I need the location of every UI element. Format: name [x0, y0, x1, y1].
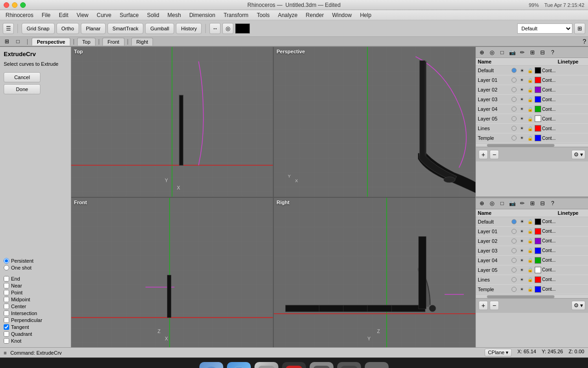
menu-file[interactable]: File — [38, 12, 54, 19]
intersection-checkbox-item[interactable]: Intersection — [4, 310, 67, 316]
near-checkbox-item[interactable]: Near — [4, 283, 67, 288]
layer-row-default-top[interactable]: Default ☀ 🔒 Cont... — [476, 66, 588, 75]
grid-snap-button[interactable]: Grid Snap — [22, 23, 55, 34]
panel6-icon-b[interactable]: ⊟ — [538, 199, 547, 207]
knot-checkbox-item[interactable]: Knot — [4, 338, 67, 344]
point-checkbox-item[interactable]: Point — [4, 290, 67, 295]
close-button[interactable] — [4, 2, 9, 8]
dock-python[interactable]: 📁 — [310, 362, 334, 368]
tangent-checkbox-item[interactable]: Tangent — [4, 324, 67, 330]
center-checkbox-item[interactable]: Center — [4, 304, 67, 309]
layer-row-default-bot[interactable]: Default ☀ 🔒 Cont... — [476, 217, 588, 227]
gumball-button[interactable]: Gumball — [145, 23, 174, 34]
layer-row-02-top[interactable]: Layer 02 ☀ 🔒 Cont... — [476, 85, 588, 95]
object-icon[interactable]: □ — [498, 48, 506, 57]
layer-02-color[interactable] — [535, 86, 541, 93]
layer-row-03-top[interactable]: Layer 03 ☀ 🔒 Cont... — [476, 95, 588, 104]
panel6-icon[interactable]: ⊟ — [538, 48, 547, 57]
sun-icon[interactable]: ☀ — [518, 67, 526, 74]
properties-panel-icon[interactable]: ⊞ — [574, 23, 585, 34]
layer-01-color[interactable] — [535, 77, 541, 83]
layer-03-color[interactable] — [535, 96, 541, 103]
cancel-button[interactable]: Cancel — [4, 72, 40, 82]
lock-icon-01[interactable]: 🔒 — [526, 76, 534, 84]
oneshot-radio[interactable] — [4, 265, 9, 270]
zoom-icon[interactable]: ◎ — [222, 23, 233, 34]
perpendicular-checkbox[interactable] — [4, 317, 9, 323]
menu-transform[interactable]: Transform — [220, 12, 252, 19]
light-icon-b[interactable]: ✏ — [518, 199, 526, 207]
layer-row-05-top[interactable]: Layer 05 ☀ 🔒 Cont... — [476, 114, 588, 124]
point-checkbox[interactable] — [4, 290, 9, 295]
dock-finder[interactable] — [199, 362, 223, 368]
menu-solid[interactable]: Solid — [143, 12, 163, 19]
sun-icon-01[interactable]: ☀ — [518, 76, 526, 84]
remove-layer-button-top[interactable]: − — [490, 150, 499, 159]
material-icon-b[interactable]: ◎ — [488, 199, 496, 207]
layer-row-05-bot[interactable]: Layer 05 ☀ 🔒 Cont... — [476, 265, 588, 275]
maximize-button[interactable] — [20, 2, 26, 8]
viewport-front[interactable]: Front — [71, 198, 273, 348]
panel5-icon[interactable]: ⊞ — [528, 48, 537, 57]
remove-layer-button-bottom[interactable]: − — [490, 301, 499, 310]
smarttrack-button[interactable]: SmartTrack — [107, 23, 143, 34]
done-button[interactable]: Done — [4, 84, 40, 94]
layer-color-swatch[interactable] — [535, 67, 541, 74]
viewport-grid-icon[interactable]: ⊞ — [2, 36, 12, 46]
help2-icon[interactable]: ? — [548, 48, 557, 57]
light-icon[interactable]: ✏ — [518, 48, 526, 57]
menu-render[interactable]: Render — [302, 12, 328, 19]
menu-mesh[interactable]: Mesh — [164, 12, 185, 19]
add-layer-button-top[interactable]: + — [479, 150, 488, 159]
knot-checkbox[interactable] — [4, 338, 9, 344]
quadrant-checkbox-item[interactable]: Quadrant — [4, 331, 67, 337]
layer-row-02-bot[interactable]: Layer 02 ☀ 🔒 Cont... — [476, 236, 588, 246]
scrollbar-thumb-bottom[interactable] — [487, 295, 554, 298]
menu-tools[interactable]: Tools — [253, 12, 273, 19]
menu-window[interactable]: Window — [328, 12, 356, 19]
layer-row-04-top[interactable]: Layer 04 ☀ 🔒 Cont... — [476, 104, 588, 114]
layer-row-temple-top[interactable]: Temple ☀ 🔒 Cont... — [476, 133, 588, 143]
viewport-single-icon[interactable]: □ — [13, 36, 23, 46]
dock-rocket[interactable]: 🚀 — [254, 362, 278, 368]
oneshot-radio-item[interactable]: One shot — [4, 265, 67, 270]
dock-safari[interactable] — [227, 362, 251, 368]
menu-dimension[interactable]: Dimension — [186, 12, 219, 19]
dock-crossover[interactable]: ✖ — [282, 362, 306, 368]
layer-dropdown[interactable]: Default — [517, 23, 572, 34]
layer-row-lines-top[interactable]: Lines ☀ 🔒 Cont... — [476, 124, 588, 133]
layers-scrollbar-bottom[interactable] — [476, 294, 588, 298]
dock-trash[interactable] — [365, 362, 389, 368]
ortho-button[interactable]: Ortho — [57, 23, 79, 34]
midpoint-checkbox[interactable] — [4, 297, 9, 302]
layer-05-color[interactable] — [535, 115, 541, 122]
add-layer-button-bottom[interactable]: + — [479, 301, 488, 310]
history-button[interactable]: History — [176, 23, 202, 34]
menu-analyze[interactable]: Analyze — [274, 12, 301, 19]
render-icon[interactable]: 📷 — [508, 48, 516, 57]
tangent-checkbox[interactable] — [4, 324, 9, 330]
scrollbar-thumb-top[interactable] — [487, 144, 554, 147]
end-checkbox[interactable] — [4, 276, 9, 282]
layer-row-temple-bot[interactable]: Temple ☀ 🔒 Cont... — [476, 285, 588, 294]
layers-settings-top[interactable]: ⚙ ▾ — [571, 150, 585, 159]
persistent-radio-item[interactable]: Persistent — [4, 258, 67, 264]
hamburger-icon[interactable]: ≡ — [4, 350, 6, 356]
midpoint-checkbox-item[interactable]: Midpoint — [4, 297, 67, 302]
center-checkbox[interactable] — [4, 304, 9, 309]
menu-rhinoceros[interactable]: Rhinoceros — [2, 12, 37, 19]
tab-front[interactable]: Front — [102, 38, 124, 46]
end-checkbox-item[interactable]: End — [4, 276, 67, 282]
tab-top[interactable]: Top — [77, 38, 96, 46]
dock-display[interactable] — [337, 362, 361, 368]
object-icon-b[interactable]: □ — [498, 199, 506, 207]
viewport-right[interactable]: Right — [274, 198, 475, 348]
layer-row-lines-bot[interactable]: Lines ☀ 🔒 Cont... — [476, 275, 588, 285]
menu-curve[interactable]: Curve — [93, 12, 115, 19]
viewport-perspective[interactable]: Perspective — [274, 47, 475, 197]
layers-icon[interactable]: ⊕ — [478, 48, 486, 57]
layer-row-01-top[interactable]: Layer 01 ☀ 🔒 Cont... — [476, 75, 588, 85]
help-icon[interactable]: ? — [582, 38, 586, 45]
cplane-button[interactable]: CPlane ▾ — [485, 349, 512, 356]
persistent-radio[interactable] — [4, 258, 9, 264]
